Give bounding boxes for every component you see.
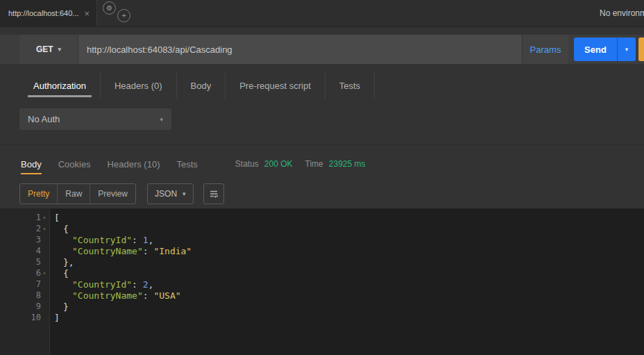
response-tabs: Body Cookies Headers (10) Tests Status 2…: [21, 157, 644, 171]
line-number: 5: [36, 257, 41, 267]
code-line: },: [50, 256, 644, 267]
wrap-lines-icon: [208, 188, 219, 199]
method-dropdown[interactable]: GET ▾: [19, 35, 78, 64]
gutter-line: 7: [0, 279, 49, 290]
top-bar: http://localhost:640... × ⚙ + No environ…: [0, 0, 644, 27]
fold-toggle-icon[interactable]: ▾: [41, 226, 48, 232]
fold-toggle-icon[interactable]: ▾: [41, 215, 48, 221]
gutter-line: 6▾: [0, 267, 49, 279]
response-tab-tests[interactable]: Tests: [176, 159, 197, 170]
response-tab-body[interactable]: Body: [21, 159, 42, 170]
tab-pre-request-script[interactable]: Pre-request script: [226, 72, 325, 99]
gutter-line: 10: [0, 312, 49, 323]
code-line: "CountryName": "USA": [50, 290, 644, 301]
code-line: }: [50, 301, 644, 312]
line-number: 3: [36, 235, 41, 245]
code-line: "CountryName": "India": [50, 245, 644, 256]
save-button-partial[interactable]: [638, 38, 644, 61]
code-line: {: [50, 223, 644, 234]
chevron-down-icon: ▾: [625, 46, 629, 53]
send-button[interactable]: Send: [574, 38, 617, 61]
code-lines: [{"CountryId": 1,"CountryName": "India"}…: [50, 208, 644, 355]
response-body-viewer: 1▾2▾3456▾78910 [{"CountryId": 1,"Country…: [0, 208, 644, 355]
time-label: Time: [305, 159, 323, 169]
gutter-line: 9: [0, 301, 49, 312]
request-tabs: Authorization Headers (0) Body Pre-reque…: [0, 72, 644, 99]
line-number: 7: [36, 279, 41, 289]
status-badge: 200 OK: [264, 159, 293, 169]
code-line: "CountryId": 1,: [50, 234, 644, 245]
view-mode-preview[interactable]: Preview: [90, 184, 135, 204]
chevron-down-icon: ▾: [58, 46, 62, 53]
pane-divider: [0, 144, 644, 145]
tab-tests[interactable]: Tests: [325, 72, 375, 99]
code-line: "CountryId": 2,: [50, 279, 644, 290]
send-button-group: Send ▾: [574, 38, 636, 61]
code-line: {: [50, 267, 644, 279]
line-number: 8: [36, 290, 41, 300]
response-status-group: Status 200 OK Time 23925 ms: [235, 159, 366, 169]
tab-authorization[interactable]: Authorization: [19, 72, 101, 99]
gutter-line: 1▾: [0, 212, 49, 223]
gutter-line: 4: [0, 245, 49, 256]
code-line: ]: [50, 312, 644, 323]
method-label: GET: [36, 44, 53, 54]
response-view-toolbar: Pretty Raw Preview JSON ▾: [19, 183, 224, 205]
fold-toggle-icon[interactable]: ▾: [41, 270, 48, 276]
code-gutter: 1▾2▾3456▾78910: [0, 208, 50, 355]
request-bar: GET ▾ Params Send ▾: [0, 35, 644, 64]
line-number: 6: [36, 268, 41, 278]
response-tab-cookies[interactable]: Cookies: [58, 159, 91, 170]
settings-gear-icon[interactable]: ⚙: [103, 1, 116, 15]
tab-headers[interactable]: Headers (0): [101, 72, 177, 99]
chevron-down-icon: ▾: [160, 116, 163, 123]
chevron-down-icon: ▾: [183, 190, 186, 197]
params-button[interactable]: Params: [522, 35, 568, 64]
request-tab[interactable]: http://localhost:640... ×: [0, 0, 97, 26]
auth-type-dropdown[interactable]: No Auth ▾: [19, 108, 171, 130]
format-dropdown[interactable]: JSON ▾: [147, 183, 194, 204]
close-tab-icon[interactable]: ×: [85, 9, 90, 18]
new-tab-icon[interactable]: +: [117, 9, 130, 22]
line-number: 9: [36, 302, 41, 311]
request-tab-title: http://localhost:640...: [8, 9, 79, 17]
gutter-line: 8: [0, 290, 49, 301]
line-number: 10: [31, 313, 41, 322]
format-value: JSON: [155, 189, 177, 199]
postman-window: http://localhost:640... × ⚙ + No environ…: [0, 0, 644, 355]
line-number: 2: [36, 224, 41, 233]
tab-body[interactable]: Body: [177, 72, 226, 99]
auth-type-value: No Auth: [28, 114, 60, 124]
response-tab-headers[interactable]: Headers (10): [108, 159, 160, 170]
view-mode-group: Pretty Raw Preview: [19, 183, 136, 204]
code-line: [: [50, 212, 644, 223]
view-mode-raw[interactable]: Raw: [57, 184, 90, 204]
environment-selector[interactable]: No environm: [600, 8, 644, 18]
status-label: Status: [235, 159, 259, 169]
wrap-lines-button[interactable]: [203, 183, 224, 204]
url-input[interactable]: [78, 35, 522, 64]
send-options-button[interactable]: ▾: [617, 38, 636, 61]
gutter-line: 5: [0, 256, 49, 267]
gutter-line: 2▾: [0, 223, 49, 234]
line-number: 4: [36, 246, 41, 256]
time-value: 23925 ms: [329, 159, 366, 169]
gutter-line: 3: [0, 234, 49, 245]
view-mode-pretty[interactable]: Pretty: [20, 184, 57, 204]
line-number: 1: [36, 213, 41, 222]
